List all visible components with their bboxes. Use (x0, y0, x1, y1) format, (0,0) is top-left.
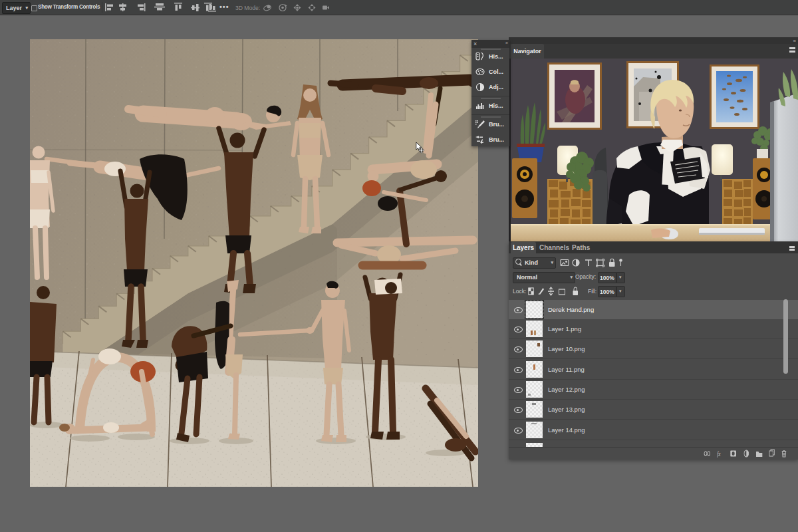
svg-text:fx: fx (717, 450, 721, 458)
